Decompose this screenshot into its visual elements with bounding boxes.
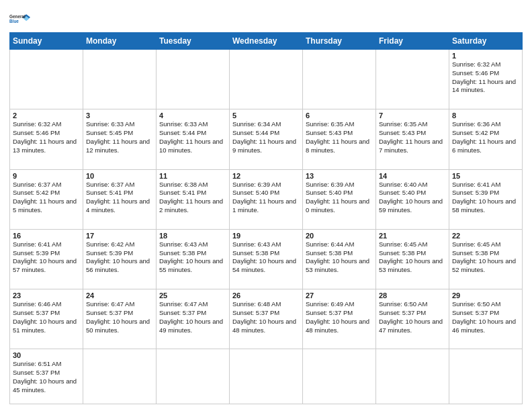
generalblue-logo-icon: GeneralBlue — [9, 9, 31, 28]
table-row: 14Sunrise: 6:40 AMSunset: 5:40 PMDayligh… — [376, 169, 449, 229]
day-number: 8 — [452, 111, 519, 120]
cell-info: Sunset: 5:38 PM — [306, 249, 373, 258]
col-saturday: Saturday — [449, 33, 523, 50]
table-row: 6Sunrise: 6:35 AMSunset: 5:43 PMDaylight… — [303, 109, 376, 169]
day-number: 13 — [306, 172, 373, 180]
table-row — [10, 50, 83, 109]
cell-info: Sunset: 5:38 PM — [379, 249, 446, 258]
col-sunday: Sunday — [10, 33, 83, 50]
cell-info: Sunset: 5:42 PM — [452, 129, 519, 138]
table-row: 3Sunrise: 6:33 AMSunset: 5:45 PMDaylight… — [83, 109, 157, 169]
col-wednesday: Wednesday — [230, 33, 303, 50]
cell-info: Sunset: 5:46 PM — [13, 129, 80, 138]
cell-info: Daylight: 10 hours and 47 minutes. — [379, 318, 446, 335]
table-row — [303, 349, 376, 404]
day-number: 9 — [13, 172, 80, 180]
day-number: 10 — [86, 172, 153, 180]
day-number: 6 — [306, 111, 373, 120]
cell-info: Sunrise: 6:49 AM — [306, 300, 373, 309]
cell-info: Sunrise: 6:38 AM — [159, 181, 226, 189]
svg-text:Blue: Blue — [9, 19, 19, 24]
calendar-week-row: 2Sunrise: 6:32 AMSunset: 5:46 PMDaylight… — [10, 109, 523, 169]
table-row — [376, 349, 449, 404]
cell-info: Daylight: 10 hours and 58 minutes. — [452, 197, 519, 215]
table-row: 26Sunrise: 6:48 AMSunset: 5:37 PMDayligh… — [230, 289, 303, 349]
cell-info: Daylight: 11 hours and 12 minutes. — [86, 138, 153, 155]
cell-info: Daylight: 10 hours and 53 minutes. — [379, 257, 446, 275]
table-row — [230, 50, 303, 109]
cell-info: Daylight: 10 hours and 46 minutes. — [452, 318, 519, 335]
table-row: 11Sunrise: 6:38 AMSunset: 5:41 PMDayligh… — [157, 169, 230, 229]
logo: GeneralBlue — [9, 9, 31, 28]
cell-info: Daylight: 11 hours and 14 minutes. — [452, 78, 519, 95]
table-row: 16Sunrise: 6:41 AMSunset: 5:39 PMDayligh… — [10, 229, 83, 289]
cell-info: Sunrise: 6:39 AM — [232, 181, 300, 189]
table-row: 15Sunrise: 6:41 AMSunset: 5:39 PMDayligh… — [449, 169, 523, 229]
svg-text:General: General — [9, 14, 26, 19]
calendar-week-row: 30Sunrise: 6:51 AMSunset: 5:37 PMDayligh… — [10, 349, 523, 404]
table-row — [303, 50, 376, 109]
cell-info: Daylight: 11 hours and 7 minutes. — [379, 138, 446, 155]
day-number: 21 — [379, 232, 446, 240]
cell-info: Sunrise: 6:41 AM — [452, 181, 519, 189]
cell-info: Sunset: 5:39 PM — [452, 189, 519, 197]
cell-info: Daylight: 10 hours and 45 minutes. — [13, 377, 80, 395]
cell-info: Sunrise: 6:47 AM — [159, 300, 226, 309]
table-row: 12Sunrise: 6:39 AMSunset: 5:40 PMDayligh… — [230, 169, 303, 229]
cell-info: Sunrise: 6:32 AM — [452, 60, 519, 69]
day-number: 20 — [306, 232, 373, 240]
day-number: 14 — [379, 172, 446, 180]
calendar-week-row: 1Sunrise: 6:32 AMSunset: 5:46 PMDaylight… — [10, 50, 523, 109]
cell-info: Sunrise: 6:50 AM — [379, 300, 446, 309]
day-number: 18 — [159, 232, 226, 240]
cell-info: Daylight: 10 hours and 56 minutes. — [86, 257, 153, 275]
cell-info: Sunrise: 6:33 AM — [159, 120, 226, 129]
col-tuesday: Tuesday — [157, 33, 230, 50]
cell-info: Sunset: 5:40 PM — [306, 189, 373, 197]
cell-info: Sunset: 5:41 PM — [159, 189, 226, 197]
cell-info: Daylight: 11 hours and 10 minutes. — [159, 138, 226, 155]
cell-info: Sunset: 5:43 PM — [379, 129, 446, 138]
cell-info: Daylight: 11 hours and 13 minutes. — [13, 138, 80, 155]
cell-info: Sunset: 5:39 PM — [13, 249, 80, 258]
cell-info: Sunset: 5:42 PM — [13, 189, 80, 197]
cell-info: Sunset: 5:43 PM — [306, 129, 373, 138]
cell-info: Sunrise: 6:51 AM — [13, 360, 80, 369]
col-friday: Friday — [376, 33, 449, 50]
table-row — [376, 50, 449, 109]
cell-info: Sunset: 5:40 PM — [232, 189, 300, 197]
table-row — [230, 349, 303, 404]
table-row: 21Sunrise: 6:45 AMSunset: 5:38 PMDayligh… — [376, 229, 449, 289]
calendar-week-row: 9Sunrise: 6:37 AMSunset: 5:42 PMDaylight… — [10, 169, 523, 229]
cell-info: Sunrise: 6:41 AM — [13, 240, 80, 249]
cell-info: Daylight: 11 hours and 4 minutes. — [86, 197, 153, 215]
table-row: 22Sunrise: 6:45 AMSunset: 5:38 PMDayligh… — [449, 229, 523, 289]
cell-info: Daylight: 10 hours and 50 minutes. — [86, 318, 153, 335]
table-row — [157, 50, 230, 109]
cell-info: Sunset: 5:41 PM — [86, 189, 153, 197]
cell-info: Sunset: 5:40 PM — [379, 189, 446, 197]
day-number: 24 — [86, 291, 153, 300]
cell-info: Daylight: 10 hours and 48 minutes. — [232, 318, 300, 335]
cell-info: Sunrise: 6:33 AM — [86, 120, 153, 129]
day-number: 25 — [159, 291, 226, 300]
table-row: 2Sunrise: 6:32 AMSunset: 5:46 PMDaylight… — [10, 109, 83, 169]
cell-info: Sunrise: 6:44 AM — [306, 240, 373, 249]
col-monday: Monday — [83, 33, 157, 50]
cell-info: Daylight: 10 hours and 48 minutes. — [306, 318, 373, 335]
cell-info: Sunrise: 6:46 AM — [13, 300, 80, 309]
day-number: 1 — [452, 52, 519, 60]
day-number: 7 — [379, 111, 446, 120]
cell-info: Sunset: 5:37 PM — [306, 309, 373, 318]
day-number: 2 — [13, 111, 80, 120]
table-row: 8Sunrise: 6:36 AMSunset: 5:42 PMDaylight… — [449, 109, 523, 169]
cell-info: Daylight: 11 hours and 0 minutes. — [306, 197, 373, 215]
cell-info: Sunset: 5:46 PM — [452, 69, 519, 78]
calendar-week-row: 23Sunrise: 6:46 AMSunset: 5:37 PMDayligh… — [10, 289, 523, 349]
table-row: 28Sunrise: 6:50 AMSunset: 5:37 PMDayligh… — [376, 289, 449, 349]
table-row — [449, 349, 523, 404]
table-row — [157, 349, 230, 404]
cell-info: Sunset: 5:37 PM — [232, 309, 300, 318]
cell-info: Daylight: 10 hours and 53 minutes. — [306, 257, 373, 275]
cell-info: Sunrise: 6:37 AM — [86, 181, 153, 189]
